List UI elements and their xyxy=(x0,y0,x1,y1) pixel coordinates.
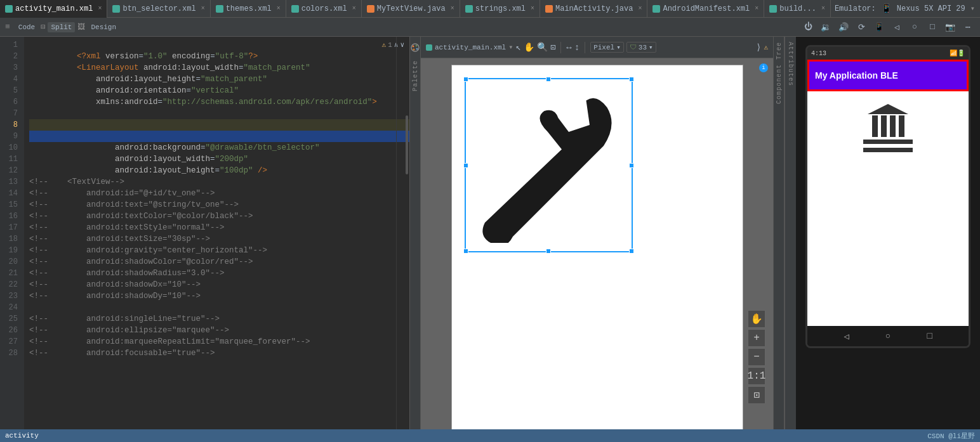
code-area: 1 2 3 4 5 6 7 8 9 10 11 12 13 14 15 16 1… xyxy=(0,37,409,429)
more-icon[interactable]: ⋯ xyxy=(961,20,975,34)
handle-top-right[interactable] xyxy=(629,77,634,82)
tab-close-icon[interactable]: × xyxy=(98,5,102,12)
java-file-icon xyxy=(367,5,374,13)
line-num: 19 xyxy=(0,245,22,256)
volume-up-icon[interactable]: 🔊 xyxy=(837,20,851,34)
second-toolbar: ≡ Code ⊟ Split 🖼 Design ⏻ 🔉 🔊 ⟳ 📱 ◁ ○ □ … xyxy=(0,18,980,37)
tab-close-icon[interactable]: × xyxy=(531,5,534,12)
design-mode-btn[interactable]: Design xyxy=(88,22,119,32)
right-margin-line xyxy=(396,37,397,429)
palette-icon xyxy=(411,43,420,52)
info-button[interactable]: i xyxy=(759,63,768,72)
component-tree-panel[interactable]: Component Tree xyxy=(773,37,785,429)
zoom-out-button[interactable]: − xyxy=(748,348,765,366)
code-line-7 xyxy=(29,108,409,119)
handle-bottom-middle[interactable] xyxy=(546,249,551,254)
tab-close-icon[interactable]: × xyxy=(638,5,642,12)
toolbar-right: Emulator: 📱 Nexus 5X API 29 ▾ xyxy=(835,3,980,14)
tab-close-icon[interactable]: × xyxy=(821,5,825,12)
tab-btn-selector[interactable]: btn_selector.xml × xyxy=(107,0,210,18)
phone-home-button[interactable]: ○ xyxy=(885,331,891,341)
wrench-preview xyxy=(465,78,630,243)
tab-colors[interactable]: colors.xml × xyxy=(286,0,362,18)
svg-point-3 xyxy=(416,48,418,50)
zoom-in-button[interactable]: + xyxy=(748,329,765,347)
line-num: 10 xyxy=(0,142,22,153)
tab-close-icon[interactable]: × xyxy=(201,5,205,12)
api-selector[interactable]: 🛡 33 ▾ xyxy=(626,42,656,53)
pixel-selector[interactable]: Pixel ▾ xyxy=(590,42,624,53)
xml-file-icon xyxy=(652,5,660,13)
xml-file-icon xyxy=(465,5,473,13)
emulator-label: Emulator: xyxy=(835,4,876,13)
xml-file-icon xyxy=(5,5,13,13)
handle-bottom-right[interactable] xyxy=(629,249,634,254)
handle-right-middle[interactable] xyxy=(629,163,634,168)
build-file-icon xyxy=(769,5,777,13)
design-canvas-area[interactable]: ✋ + − 1:1 ⊡ i xyxy=(421,58,773,429)
arrow-tool-icon[interactable]: ↖ xyxy=(515,42,520,53)
horizontal-guide-icon[interactable]: ↔ xyxy=(566,42,571,53)
crop-tool-icon[interactable]: ⊡ xyxy=(550,42,555,53)
tab-strings[interactable]: strings.xml × xyxy=(460,0,540,18)
tab-close-icon[interactable]: × xyxy=(277,5,281,12)
hand-mode-button[interactable]: ✋ xyxy=(748,310,765,328)
line-num: 12 xyxy=(0,165,22,176)
zoom-fit-button[interactable]: ⊡ xyxy=(748,386,765,404)
volume-down-icon[interactable]: 🔉 xyxy=(819,20,833,34)
line-num: 11 xyxy=(0,153,22,165)
tab-activity-main[interactable]: activity_main.xml × xyxy=(0,0,107,18)
phone-status-icons: 📶🔋 xyxy=(950,49,965,57)
back-icon[interactable]: ◁ xyxy=(890,20,904,34)
phone-back-button[interactable]: ◁ xyxy=(844,331,849,342)
code-line-27: <!-- android:marqueeRepeatLimit="marquee… xyxy=(29,336,409,348)
xml-file-icon xyxy=(291,5,299,13)
bottom-bar-right: CSDN @li星野 xyxy=(927,431,975,441)
pixel-label: Pixel xyxy=(593,44,614,51)
tab-themes[interactable]: themes.xml × xyxy=(211,0,286,18)
scrollbar[interactable] xyxy=(406,115,408,174)
line-num: 15 xyxy=(0,199,22,211)
code-line-18: <!-- android:textSize="30sp"--> xyxy=(29,233,409,245)
rotate-icon[interactable]: ⟳ xyxy=(854,20,868,34)
recent-icon[interactable]: □ xyxy=(925,20,939,34)
power-icon[interactable]: ⏻ xyxy=(801,20,815,34)
toolbar-sep xyxy=(585,42,585,53)
home-icon[interactable]: ○ xyxy=(908,20,922,34)
tab-close-icon[interactable]: × xyxy=(755,5,758,12)
line-num: 22 xyxy=(0,279,22,290)
phone-frame: 4:13 📶🔋 My Application BLE xyxy=(805,45,970,348)
code-line-19: <!-- android:gravity="center_horizontal"… xyxy=(29,245,409,256)
attributes-panel[interactable]: Attributes xyxy=(785,37,796,429)
tab-androidmanifest[interactable]: AndroidManifest.xml × xyxy=(647,0,764,18)
line-num: 4 xyxy=(0,74,22,85)
hand-tool-icon[interactable]: ✋ xyxy=(524,42,534,53)
phone-icon[interactable]: 📱 xyxy=(872,20,886,34)
tab-mytextview[interactable]: MyTextView.java × xyxy=(362,0,460,18)
tab-mainactivity[interactable]: MainActivity.java × xyxy=(540,0,647,18)
zoom-reset-button[interactable]: 1:1 xyxy=(748,367,765,385)
screenshot-icon[interactable]: 📷 xyxy=(943,20,957,34)
line-num: 9 xyxy=(0,131,22,142)
chevron-icon: ▾ xyxy=(616,43,621,51)
tab-build[interactable]: build... × xyxy=(764,0,831,18)
code-line-28: <!-- android:focusable="true"--> xyxy=(29,348,409,359)
code-mode-btn[interactable]: Code xyxy=(15,22,38,32)
bank-columns xyxy=(872,115,904,137)
svg-point-4 xyxy=(413,49,415,51)
split-mode-btn[interactable]: Split xyxy=(48,22,75,32)
handle-bottom-left[interactable] xyxy=(463,249,468,254)
zoom-tool-icon[interactable]: 🔍 xyxy=(537,42,548,53)
tab-close-icon[interactable]: × xyxy=(451,5,454,12)
line-num: 28 xyxy=(0,348,22,359)
phone-recent-button[interactable]: □ xyxy=(927,331,932,341)
device-canvas xyxy=(451,65,743,429)
tab-close-icon[interactable]: × xyxy=(352,5,356,12)
line-num: 7 xyxy=(0,108,22,119)
code-content[interactable]: <?xml version="1.0" encoding="utf-8"?> ⚠… xyxy=(24,37,409,429)
phone-outer: 4:13 📶🔋 My Application BLE xyxy=(796,37,980,429)
expand-icon[interactable]: ⟩ xyxy=(756,42,761,53)
phone-app-bar-wrapper: My Application BLE xyxy=(807,60,969,91)
palette-panel[interactable]: Palette xyxy=(409,37,421,429)
vertical-guide-icon[interactable]: ↕ xyxy=(574,42,579,53)
